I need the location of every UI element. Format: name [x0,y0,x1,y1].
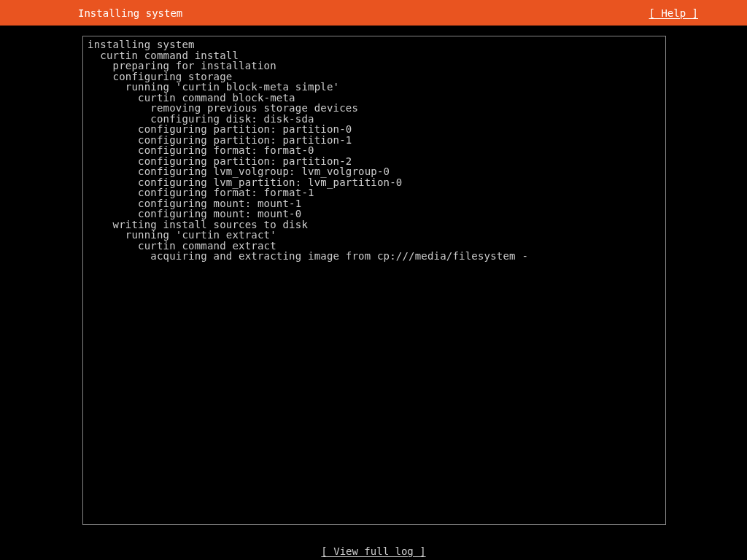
log-line: configuring mount: mount-0 [88,209,661,219]
log-line: curtin command install [88,50,661,61]
footer: [ View full log ] [0,545,747,557]
log-line: configuring mount: mount-1 [88,198,661,209]
log-line: removing previous storage devices [88,103,661,114]
log-line: acquiring and extracting image from cp:/… [88,251,661,262]
log-line: running 'curtin extract' [88,230,661,241]
log-line: running 'curtin block-meta simple' [88,82,661,93]
log-line: configuring format: format-1 [88,187,661,198]
log-line: configuring partition: partition-0 [88,124,661,135]
help-button[interactable]: [ Help ] [649,7,738,19]
log-line: configuring lvm_partition: lvm_partition… [88,177,661,188]
log-line: writing install sources to disk [88,219,661,230]
log-line: curtin command block-meta [88,93,661,104]
install-log-box: installing system curtin command install… [82,36,666,525]
log-line: configuring format: format-0 [88,145,661,156]
log-line: configuring disk: disk-sda [88,114,661,125]
page-title: Installing system [9,7,182,19]
log-line: configuring partition: partition-1 [88,135,661,146]
log-line: installing system [88,39,661,50]
log-line: curtin command extract [88,241,661,252]
log-line: preparing for installation [88,61,661,71]
log-line: configuring storage [88,71,661,82]
log-line: configuring partition: partition-2 [88,156,661,167]
header-bar: Installing system [ Help ] [0,0,747,26]
view-full-log-button[interactable]: [ View full log ] [321,545,425,557]
log-line: configuring lvm_volgroup: lvm_volgroup-0 [88,166,661,177]
